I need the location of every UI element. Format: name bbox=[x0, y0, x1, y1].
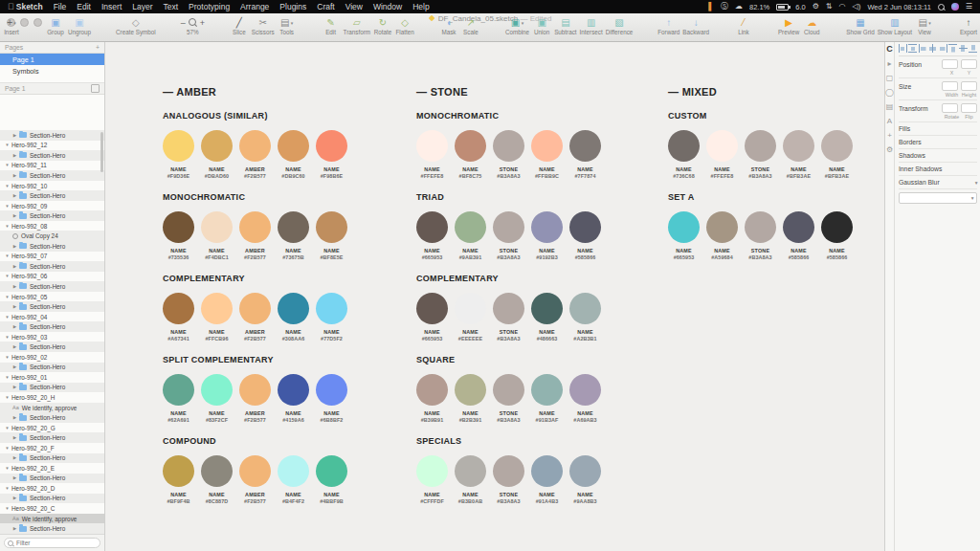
layer-row[interactable]: ▶Section-Hero bbox=[0, 190, 104, 201]
align-center-horizontal-icon[interactable] bbox=[928, 44, 937, 53]
disclosure-expanded-icon[interactable]: ▼ bbox=[5, 466, 10, 471]
gear-status-icon[interactable]: ⚙ bbox=[813, 0, 819, 13]
toolbar-flatten-button[interactable]: ◇Flatten bbox=[395, 16, 414, 35]
layer-row[interactable]: ▶Section-Hero bbox=[0, 412, 104, 423]
disclosure-expanded-icon[interactable]: ▼ bbox=[5, 315, 10, 320]
swatch-circle[interactable] bbox=[455, 130, 486, 162]
color-swatch[interactable]: AMBER#F2B577 bbox=[239, 130, 271, 179]
layer-row[interactable]: ▶Section-Hero bbox=[0, 261, 104, 272]
toolbar-union-button[interactable]: ▣Union bbox=[532, 16, 551, 35]
disclosure-collapsed-icon[interactable]: ▶ bbox=[12, 344, 17, 349]
menu-edit[interactable]: Edit bbox=[77, 2, 91, 11]
color-swatch[interactable]: NAME#CFFFDF bbox=[416, 455, 448, 504]
color-swatch[interactable]: NAME#9192B3 bbox=[531, 211, 563, 260]
disclosure-collapsed-icon[interactable]: ▶ bbox=[12, 364, 17, 369]
layer-row[interactable]: ▼Hero-992_20_F bbox=[0, 443, 104, 453]
disclosure-collapsed-icon[interactable]: ▶ bbox=[12, 193, 17, 198]
swatch-circle[interactable] bbox=[416, 130, 448, 162]
swatch-circle[interactable] bbox=[163, 374, 194, 406]
swatch-circle[interactable] bbox=[316, 374, 347, 406]
swatch-circle[interactable] bbox=[569, 211, 601, 243]
layer-row[interactable]: ▼Hero-992_20_C bbox=[0, 503, 104, 514]
notification-center-icon[interactable]: ☰ bbox=[966, 0, 972, 13]
align-left-icon[interactable] bbox=[919, 44, 927, 53]
menu-file[interactable]: File bbox=[54, 2, 67, 11]
layer-row[interactable]: ▶Section-Hero bbox=[0, 321, 104, 332]
disclosure-expanded-icon[interactable]: ▼ bbox=[5, 143, 10, 147]
height-field[interactable] bbox=[961, 81, 977, 91]
swatch-circle[interactable] bbox=[316, 455, 347, 487]
layer-row[interactable]: ▼Hero-992_07 bbox=[0, 252, 104, 262]
disclosure-collapsed-icon[interactable]: ▶ bbox=[12, 304, 17, 309]
swatch-circle[interactable] bbox=[569, 455, 601, 487]
toolbar-difference-button[interactable]: ▧Difference bbox=[606, 16, 634, 35]
color-swatch[interactable]: STONE#B3A8A3 bbox=[493, 293, 524, 342]
layer-row[interactable]: ▼Hero-992_08 bbox=[0, 221, 104, 231]
layer-row[interactable]: ▶Section-Hero bbox=[0, 432, 104, 443]
swatch-circle[interactable] bbox=[163, 211, 194, 243]
swatch-circle[interactable] bbox=[821, 130, 853, 162]
disclosure-collapsed-icon[interactable]: ▶ bbox=[12, 475, 17, 480]
color-swatch[interactable]: NAME#F9D36E bbox=[163, 130, 194, 179]
filter-input[interactable] bbox=[4, 538, 100, 548]
color-swatch[interactable]: NAME#A69AB3 bbox=[569, 374, 601, 423]
color-swatch[interactable]: NAME#4BBF9B bbox=[316, 455, 347, 504]
color-swatch[interactable]: NAME#DBAD60 bbox=[201, 130, 233, 179]
toolbar-show-layout-button[interactable]: ▥Show Layout bbox=[878, 16, 912, 35]
layer-row[interactable]: ▼Hero-992_05 bbox=[0, 292, 104, 302]
color-swatch[interactable]: STONE#B3A8A3 bbox=[745, 211, 776, 260]
cloud-status-icon[interactable]: ☁ bbox=[735, 0, 743, 13]
position-x-field[interactable] bbox=[942, 59, 958, 69]
toolbar-view-button[interactable]: ▤ ▾View bbox=[915, 16, 934, 35]
swatch-circle[interactable] bbox=[493, 455, 524, 487]
layer-row[interactable]: ▼Hero-992_04 bbox=[0, 312, 104, 322]
swatch-circle[interactable] bbox=[668, 130, 700, 162]
toolbar-subtract-button[interactable]: ▤Subtract bbox=[554, 16, 576, 35]
toolbar-slice-button[interactable]: ╱Slice bbox=[230, 16, 249, 35]
color-swatch[interactable]: NAME#665953 bbox=[416, 211, 448, 260]
siri-icon[interactable] bbox=[951, 3, 959, 11]
swatch-circle[interactable] bbox=[455, 455, 486, 487]
swatch-circle[interactable] bbox=[531, 374, 563, 406]
layer-row[interactable]: Oval Copy 24 bbox=[0, 231, 104, 241]
disclosure-expanded-icon[interactable]: ▼ bbox=[5, 486, 10, 491]
disclosure-expanded-icon[interactable]: ▼ bbox=[5, 224, 10, 229]
disclosure-collapsed-icon[interactable]: ▶ bbox=[12, 435, 17, 440]
color-swatch[interactable]: NAME#665953 bbox=[668, 211, 700, 260]
layer-row[interactable]: ▼Hero-992_01 bbox=[0, 372, 104, 383]
color-swatch[interactable]: NAME#585866 bbox=[569, 211, 601, 260]
color-swatch[interactable]: NAME#91B3AF bbox=[531, 374, 563, 423]
layer-row[interactable]: ▶Section-Hero bbox=[0, 150, 104, 161]
color-swatch[interactable]: NAME#4159A6 bbox=[278, 374, 309, 423]
color-swatch[interactable]: NAME#B39B91 bbox=[416, 374, 448, 423]
toolbar-intersect-button[interactable]: ▥Intersect bbox=[580, 16, 603, 35]
type-icon[interactable]: A bbox=[887, 117, 892, 125]
layer-row[interactable]: ▼Hero-992_20_E bbox=[0, 463, 104, 474]
disclosure-collapsed-icon[interactable]: ▶ bbox=[12, 496, 17, 500]
status-app-icon[interactable]: ▌ bbox=[708, 0, 714, 13]
disclosure-collapsed-icon[interactable]: ▶ bbox=[12, 324, 17, 329]
menu-window[interactable]: Window bbox=[373, 2, 402, 11]
layer-row[interactable]: ▶Section-Hero bbox=[0, 383, 104, 393]
color-swatch[interactable]: NAME#A59684 bbox=[706, 211, 738, 260]
color-swatch[interactable]: NAME#73675B bbox=[278, 211, 309, 260]
swatch-circle[interactable] bbox=[493, 293, 524, 324]
section-gaussian-blur[interactable]: Gaussian Blur▾ bbox=[899, 176, 978, 189]
toolbar-create-symbol-button[interactable]: ◇Create Symbol bbox=[116, 16, 156, 35]
swatch-circle[interactable] bbox=[201, 130, 233, 162]
frame-icon[interactable]: ▢ bbox=[886, 74, 894, 82]
color-swatch[interactable]: NAME#91A4B3 bbox=[531, 455, 563, 504]
toolbar-tools-button[interactable]: ▤ ▾Tools bbox=[278, 16, 297, 35]
menu-layer[interactable]: Layer bbox=[132, 2, 152, 11]
swatch-circle[interactable] bbox=[745, 130, 776, 162]
swatch-circle[interactable] bbox=[455, 211, 486, 243]
swatch-circle[interactable] bbox=[416, 455, 448, 487]
flip-field[interactable] bbox=[961, 103, 977, 113]
color-swatch[interactable]: NAME#BFB3AE bbox=[821, 130, 853, 179]
menu-craft[interactable]: Craft bbox=[317, 2, 334, 11]
spotlight-search-icon[interactable] bbox=[938, 4, 945, 11]
toolbar-group-button[interactable]: ▣Group bbox=[46, 16, 65, 35]
disclosure-expanded-icon[interactable]: ▼ bbox=[5, 355, 10, 360]
disclosure-collapsed-icon[interactable]: ▶ bbox=[12, 153, 17, 158]
toolbar-ungroup-button[interactable]: ▣Ungroup bbox=[68, 16, 91, 35]
